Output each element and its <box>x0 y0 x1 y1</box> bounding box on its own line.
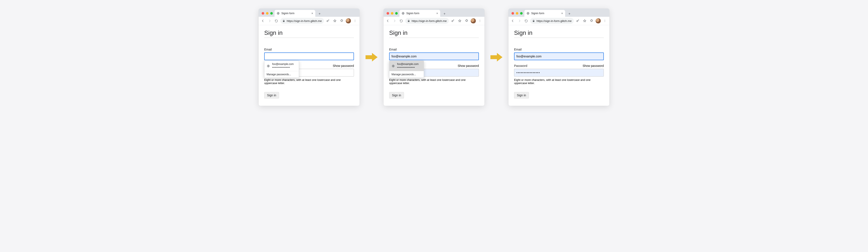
key-icon[interactable] <box>575 18 581 24</box>
reload-button[interactable] <box>524 18 529 24</box>
show-password-toggle[interactable]: Show password <box>333 64 354 67</box>
svg-point-7 <box>452 21 453 22</box>
svg-point-15 <box>604 21 605 21</box>
page-heading: Sign in <box>514 29 604 36</box>
menu-icon[interactable] <box>352 18 358 24</box>
window-controls <box>385 12 399 17</box>
menu-icon[interactable] <box>477 18 483 24</box>
tab-strip: Signin form × + <box>508 8 609 17</box>
svg-point-16 <box>604 22 605 22</box>
back-button[interactable] <box>385 18 391 24</box>
browser-window-2: Signin form × + https://sign-in-form.gli… <box>383 8 485 106</box>
email-field-row <box>514 53 604 60</box>
browser-window-3: Signin form × + https://sign-in-form.gli… <box>508 8 609 106</box>
toolbar: https://sign-in-form.glitch.me <box>508 17 609 25</box>
lock-icon <box>532 20 535 22</box>
svg-point-8 <box>480 20 480 20</box>
autofill-suggestion[interactable]: foo@example.com •••••••••••••••• <box>390 61 424 71</box>
password-hint: Eight or more characters, with at least … <box>514 78 604 85</box>
url-text: https://sign-in-form.glitch.me <box>287 19 322 23</box>
browser-tab[interactable]: Signin form × <box>524 10 565 17</box>
profile-avatar[interactable] <box>471 18 476 23</box>
forward-button[interactable] <box>392 18 397 24</box>
autofill-suggestion[interactable]: foo@example.com •••••••••••••••• <box>265 61 299 71</box>
page-heading: Sign in <box>389 29 479 36</box>
email-input[interactable] <box>389 53 479 60</box>
star-icon[interactable] <box>582 18 587 24</box>
email-input[interactable] <box>264 53 354 60</box>
extensions-icon[interactable] <box>589 18 594 24</box>
show-password-toggle[interactable]: Show password <box>458 64 479 67</box>
page-content: Sign in Email foo@example.com ••••••••••… <box>383 25 485 106</box>
tab-title: Signin form <box>531 12 560 15</box>
signin-button[interactable]: Sign in <box>264 92 279 99</box>
star-icon[interactable] <box>332 18 338 24</box>
profile-avatar[interactable] <box>346 18 351 23</box>
key-icon[interactable] <box>325 18 331 24</box>
autofill-email: foo@example.com <box>272 62 293 66</box>
arrow-icon <box>366 53 377 61</box>
autofill-password-mask: •••••••••••••••• <box>397 66 418 69</box>
arrow-icon <box>491 53 502 61</box>
star-icon[interactable] <box>457 18 463 24</box>
close-window-button[interactable] <box>386 12 389 15</box>
page-heading: Sign in <box>264 29 354 36</box>
manage-passwords[interactable]: Manage passwords... <box>390 71 424 78</box>
reload-button[interactable] <box>399 18 404 24</box>
password-hint: Eight or more characters, with at least … <box>264 78 354 85</box>
window-controls <box>260 12 275 17</box>
new-tab-button[interactable]: + <box>317 11 322 17</box>
tab-strip: Signin form × + <box>259 8 360 17</box>
password-hint: Eight or more characters, with at least … <box>389 78 479 85</box>
signin-button[interactable]: Sign in <box>389 92 404 99</box>
forward-button[interactable] <box>267 18 272 24</box>
close-tab-icon[interactable]: × <box>436 12 438 15</box>
email-label: Email <box>389 48 479 51</box>
forward-button[interactable] <box>517 18 522 24</box>
svg-point-14 <box>604 20 605 20</box>
back-button[interactable] <box>260 18 266 24</box>
menu-icon[interactable] <box>602 18 608 24</box>
lock-icon <box>407 20 410 22</box>
autofill-popup: foo@example.com •••••••••••••••• Manage … <box>389 61 424 78</box>
profile-avatar[interactable] <box>596 18 601 23</box>
browser-tab[interactable]: Signin form × <box>399 10 440 17</box>
close-window-button[interactable] <box>512 12 514 15</box>
svg-point-9 <box>480 21 480 21</box>
back-button[interactable] <box>510 18 516 24</box>
browser-window-1: Signin form × + https://sign-in-form.gli… <box>259 8 360 106</box>
maximize-window-button[interactable] <box>395 12 398 15</box>
password-input[interactable]: •••••••••••••••• <box>514 69 604 77</box>
svg-point-2 <box>355 20 355 20</box>
extensions-icon[interactable] <box>339 18 344 24</box>
close-tab-icon[interactable]: × <box>311 12 313 15</box>
new-tab-button[interactable]: + <box>441 11 447 17</box>
manage-passwords[interactable]: Manage passwords... <box>265 71 299 78</box>
browser-tab[interactable]: Signin form × <box>275 10 315 17</box>
toolbar: https://sign-in-form.glitch.me <box>383 17 485 25</box>
email-input[interactable] <box>514 53 604 60</box>
globe-icon <box>277 12 280 15</box>
email-field-row: foo@example.com •••••••••••••••• Manage … <box>389 53 479 60</box>
maximize-window-button[interactable] <box>270 12 273 15</box>
address-bar[interactable]: https://sign-in-form.glitch.me <box>405 18 449 24</box>
svg-point-4 <box>355 22 355 22</box>
email-label: Email <box>264 48 354 51</box>
close-window-button[interactable] <box>261 12 264 15</box>
new-tab-button[interactable]: + <box>566 11 572 17</box>
address-bar[interactable]: https://sign-in-form.glitch.me <box>530 18 574 24</box>
address-bar[interactable]: https://sign-in-form.glitch.me <box>280 18 324 24</box>
minimize-window-button[interactable] <box>516 12 518 15</box>
close-tab-icon[interactable]: × <box>561 12 563 15</box>
minimize-window-button[interactable] <box>266 12 269 15</box>
window-controls <box>510 12 524 17</box>
minimize-window-button[interactable] <box>391 12 394 15</box>
page-content: Sign in Email foo@example.com ••••••••••… <box>259 25 360 106</box>
signin-button[interactable]: Sign in <box>514 92 529 99</box>
show-password-toggle[interactable]: Show password <box>583 64 604 67</box>
maximize-window-button[interactable] <box>520 12 523 15</box>
extensions-icon[interactable] <box>464 18 469 24</box>
toolbar: https://sign-in-form.glitch.me <box>259 17 360 25</box>
reload-button[interactable] <box>274 18 279 24</box>
key-icon[interactable] <box>450 18 456 24</box>
